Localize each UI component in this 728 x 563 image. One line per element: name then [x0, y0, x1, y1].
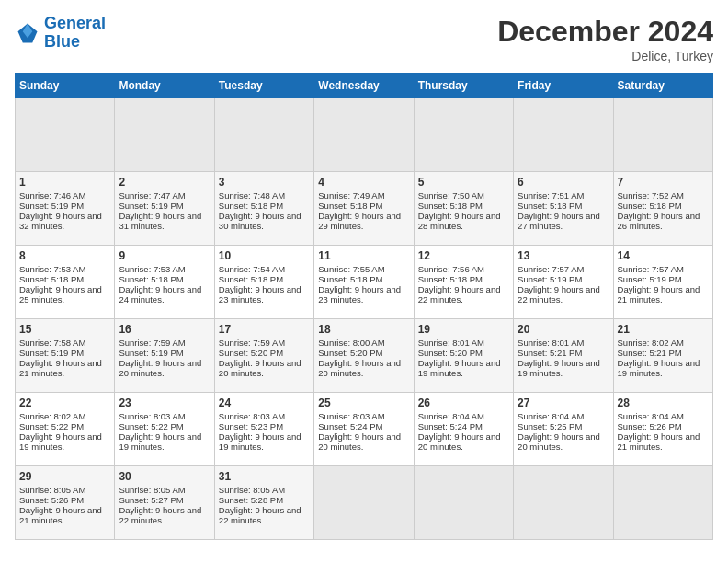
- calendar-cell: 22 Sunrise: 8:02 AM Sunset: 5:22 PM Dayl…: [16, 393, 115, 466]
- day-number: 6: [518, 176, 609, 189]
- sunset-text: Sunset: 5:19 PM: [19, 348, 84, 358]
- sunset-text: Sunset: 5:18 PM: [418, 201, 483, 211]
- sunset-text: Sunset: 5:18 PM: [219, 201, 283, 211]
- sunrise-text: Sunrise: 8:03 AM: [119, 411, 185, 421]
- sunset-text: Sunset: 5:18 PM: [518, 201, 582, 211]
- daylight-text: Daylight: 9 hours and 21 minutes.: [19, 358, 102, 378]
- calendar-cell: 21 Sunrise: 8:02 AM Sunset: 5:21 PM Dayl…: [613, 319, 712, 393]
- sunrise-text: Sunrise: 8:05 AM: [19, 485, 85, 495]
- daylight-text: Daylight: 9 hours and 27 minutes.: [518, 211, 600, 231]
- daylight-text: Daylight: 9 hours and 24 minutes.: [119, 284, 201, 304]
- calendar-cell: [16, 98, 115, 172]
- day-number: 5: [418, 176, 509, 189]
- daylight-text: Daylight: 9 hours and 22 minutes.: [219, 505, 301, 525]
- calendar-cell: 23 Sunrise: 8:03 AM Sunset: 5:22 PM Dayl…: [115, 393, 214, 466]
- day-number: 18: [318, 323, 409, 336]
- day-header-monday: Monday: [115, 74, 214, 98]
- day-number: 9: [119, 249, 210, 262]
- sunrise-text: Sunrise: 7:52 AM: [618, 190, 684, 201]
- sunrise-text: Sunrise: 7:56 AM: [418, 264, 484, 274]
- sunset-text: Sunset: 5:20 PM: [418, 348, 483, 358]
- daylight-text: Daylight: 9 hours and 26 minutes.: [618, 211, 700, 231]
- day-number: 3: [219, 176, 310, 189]
- day-number: 16: [119, 323, 210, 336]
- sunset-text: Sunset: 5:25 PM: [518, 421, 582, 431]
- day-number: 4: [318, 176, 409, 189]
- title-block: December 2024 Delice, Turkey: [497, 15, 713, 63]
- sunset-text: Sunset: 5:19 PM: [618, 274, 682, 284]
- sunrise-text: Sunrise: 8:05 AM: [219, 485, 285, 495]
- calendar-cell: 12 Sunrise: 7:56 AM Sunset: 5:18 PM Dayl…: [414, 246, 513, 319]
- calendar-cell: 9 Sunrise: 7:53 AM Sunset: 5:18 PM Dayli…: [115, 246, 214, 319]
- sunrise-text: Sunrise: 7:58 AM: [19, 338, 85, 348]
- calendar-cell: [514, 98, 613, 172]
- daylight-text: Daylight: 9 hours and 31 minutes.: [119, 211, 201, 231]
- sunrise-text: Sunrise: 7:47 AM: [119, 190, 185, 201]
- calendar-cell: 26 Sunrise: 8:04 AM Sunset: 5:24 PM Dayl…: [414, 393, 513, 466]
- daylight-text: Daylight: 9 hours and 23 minutes.: [219, 284, 301, 304]
- sunset-text: Sunset: 5:24 PM: [318, 421, 382, 431]
- daylight-text: Daylight: 9 hours and 19 minutes.: [119, 431, 201, 452]
- calendar-week-0: [16, 98, 713, 172]
- sunset-text: Sunset: 5:26 PM: [19, 495, 84, 505]
- daylight-text: Daylight: 9 hours and 20 minutes.: [318, 431, 401, 452]
- calendar-cell: [613, 466, 712, 540]
- sunset-text: Sunset: 5:21 PM: [618, 348, 682, 358]
- calendar-cell: 6 Sunrise: 7:51 AM Sunset: 5:18 PM Dayli…: [514, 172, 613, 246]
- daylight-text: Daylight: 9 hours and 29 minutes.: [318, 211, 401, 231]
- sunrise-text: Sunrise: 8:04 AM: [418, 411, 484, 421]
- calendar-cell: 16 Sunrise: 7:59 AM Sunset: 5:19 PM Dayl…: [115, 319, 214, 393]
- calendar-cell: 25 Sunrise: 8:03 AM Sunset: 5:24 PM Dayl…: [314, 393, 414, 466]
- sunrise-text: Sunrise: 8:01 AM: [518, 338, 584, 348]
- day-number: 22: [19, 396, 110, 409]
- sunrise-text: Sunrise: 7:59 AM: [119, 338, 185, 348]
- day-number: 31: [219, 470, 310, 483]
- daylight-text: Daylight: 9 hours and 21 minutes.: [618, 284, 700, 304]
- calendar-cell: 10 Sunrise: 7:54 AM Sunset: 5:18 PM Dayl…: [214, 246, 313, 319]
- sunset-text: Sunset: 5:26 PM: [618, 421, 682, 431]
- sunrise-text: Sunrise: 7:54 AM: [219, 264, 285, 274]
- sunset-text: Sunset: 5:24 PM: [418, 421, 483, 431]
- daylight-text: Daylight: 9 hours and 20 minutes.: [119, 358, 201, 378]
- calendar-cell: 13 Sunrise: 7:57 AM Sunset: 5:19 PM Dayl…: [514, 246, 613, 319]
- calendar-cell: 28 Sunrise: 8:04 AM Sunset: 5:26 PM Dayl…: [613, 393, 712, 466]
- sunset-text: Sunset: 5:18 PM: [318, 201, 382, 211]
- daylight-text: Daylight: 9 hours and 22 minutes.: [518, 284, 600, 304]
- day-number: 30: [119, 470, 210, 483]
- day-number: 20: [518, 323, 609, 336]
- sunrise-text: Sunrise: 8:05 AM: [119, 485, 185, 495]
- calendar-cell: [314, 466, 414, 540]
- calendar-cell: [414, 466, 513, 540]
- sunset-text: Sunset: 5:18 PM: [119, 274, 183, 284]
- daylight-text: Daylight: 9 hours and 19 minutes.: [418, 358, 501, 378]
- sunset-text: Sunset: 5:27 PM: [119, 495, 183, 505]
- sunset-text: Sunset: 5:21 PM: [518, 348, 582, 358]
- sunset-text: Sunset: 5:19 PM: [518, 274, 582, 284]
- day-number: 17: [219, 323, 310, 336]
- day-number: 13: [518, 249, 609, 262]
- daylight-text: Daylight: 9 hours and 25 minutes.: [19, 284, 102, 304]
- calendar-cell: 17 Sunrise: 7:59 AM Sunset: 5:20 PM Dayl…: [214, 319, 313, 393]
- daylight-text: Daylight: 9 hours and 22 minutes.: [119, 505, 201, 525]
- calendar-cell: [414, 98, 513, 172]
- month-title: December 2024: [497, 15, 713, 49]
- daylight-text: Daylight: 9 hours and 20 minutes.: [318, 358, 401, 378]
- calendar-cell: 3 Sunrise: 7:48 AM Sunset: 5:18 PM Dayli…: [214, 172, 313, 246]
- calendar-cell: [613, 98, 712, 172]
- calendar-cell: 2 Sunrise: 7:47 AM Sunset: 5:19 PM Dayli…: [115, 172, 214, 246]
- sunrise-text: Sunrise: 7:59 AM: [219, 338, 285, 348]
- calendar-cell: 7 Sunrise: 7:52 AM Sunset: 5:18 PM Dayli…: [613, 172, 712, 246]
- calendar-cell: 4 Sunrise: 7:49 AM Sunset: 5:18 PM Dayli…: [314, 172, 414, 246]
- sunset-text: Sunset: 5:22 PM: [119, 421, 183, 431]
- calendar-cell: 14 Sunrise: 7:57 AM Sunset: 5:19 PM Dayl…: [613, 246, 712, 319]
- daylight-text: Daylight: 9 hours and 30 minutes.: [219, 211, 301, 231]
- calendar-week-2: 8 Sunrise: 7:53 AM Sunset: 5:18 PM Dayli…: [16, 246, 713, 319]
- calendar-week-4: 22 Sunrise: 8:02 AM Sunset: 5:22 PM Dayl…: [16, 393, 713, 466]
- day-number: 26: [418, 396, 509, 409]
- day-number: 27: [518, 396, 609, 409]
- calendar-cell: [314, 98, 414, 172]
- sunset-text: Sunset: 5:20 PM: [318, 348, 382, 358]
- day-number: 1: [19, 176, 110, 189]
- day-number: 15: [19, 323, 110, 336]
- calendar-cell: 24 Sunrise: 8:03 AM Sunset: 5:23 PM Dayl…: [214, 393, 313, 466]
